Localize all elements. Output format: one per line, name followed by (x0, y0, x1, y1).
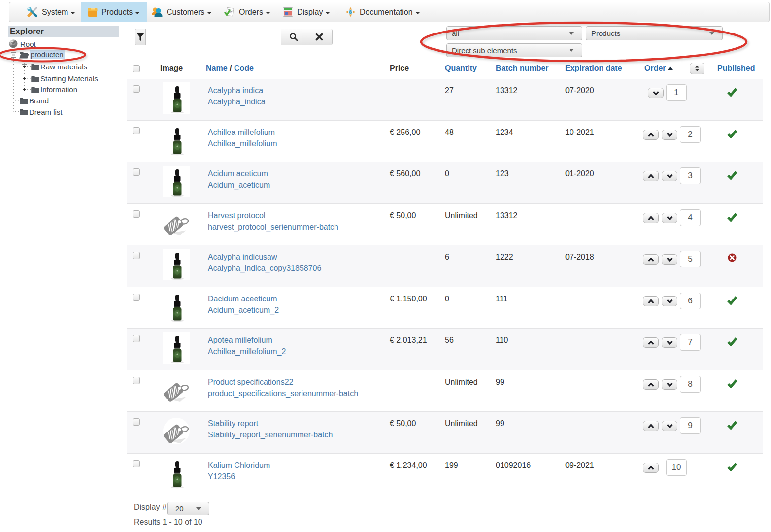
svg-text:?: ? (349, 10, 351, 14)
